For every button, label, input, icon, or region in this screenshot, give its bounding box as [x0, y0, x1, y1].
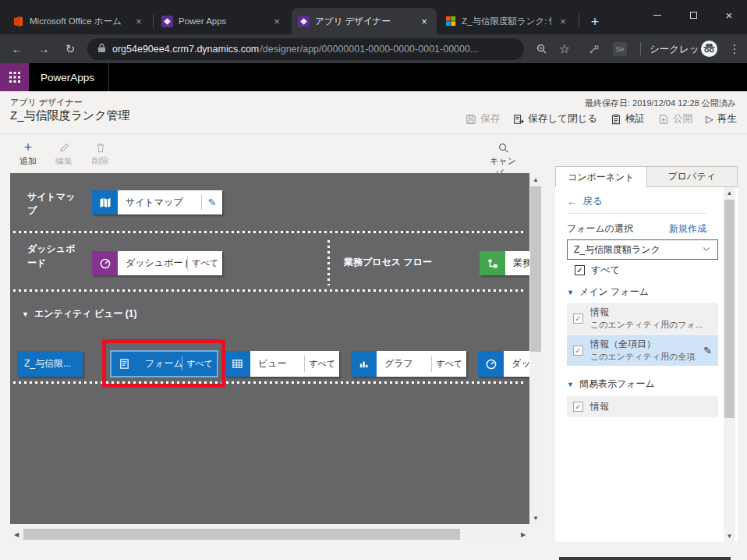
tab-dynamics-record[interactable]: Z_与信限度額ランク: 情 × [438, 8, 575, 34]
item-checkbox: ✓ [573, 346, 583, 356]
scroll-up-button[interactable]: ▲ [724, 187, 735, 199]
back-link[interactable]: ← 戻る [567, 195, 603, 208]
maximize-icon [690, 12, 697, 19]
tab-close-icon[interactable]: × [271, 16, 283, 27]
lock-icon [97, 42, 106, 56]
tab-close-icon[interactable]: × [557, 16, 569, 27]
chart-tile[interactable]: グラフ すべて [351, 351, 466, 377]
edit-pencil-icon[interactable]: ✎ [202, 197, 222, 208]
publish-icon [658, 114, 669, 125]
validate-button[interactable]: 検証 [611, 112, 645, 126]
bookmark-star-icon[interactable]: ☆ [555, 34, 574, 63]
save-close-button[interactable]: 保存して閉じる [513, 112, 597, 126]
product-name: PowerApps [41, 72, 94, 83]
delete-label: 削除 [92, 156, 109, 165]
tab-close-icon[interactable]: × [133, 16, 145, 27]
tab-label: アプリ デザイナー [315, 16, 412, 27]
edit-label: 編集 [55, 156, 73, 165]
canvas-horizontal-scrollbar[interactable]: ◀ ▶ [10, 527, 529, 541]
add-button[interactable]: + 追加 [10, 140, 46, 167]
selenium-extension-badge[interactable]: Se [613, 42, 627, 56]
powerapps-icon [161, 16, 173, 27]
delete-button[interactable]: 削除 [83, 140, 119, 167]
scroll-thumb[interactable] [724, 200, 735, 418]
entity-tile[interactable]: Z_与信限... [17, 351, 83, 377]
zoom-icon[interactable] [532, 34, 551, 63]
sitemap-tile[interactable]: サイトマップ ✎ [92, 190, 222, 214]
tab-properties[interactable]: プロパティ [647, 166, 738, 187]
tab-office[interactable]: Microsoft Office ホーム × [6, 8, 151, 34]
maximize-button[interactable] [675, 2, 711, 28]
entity-view-section-header[interactable]: ▼ エンティティ ビュー (1) [22, 307, 137, 321]
dashboard-tile-label: ダッシュボード [118, 257, 187, 270]
minimize-button[interactable] [639, 2, 675, 28]
chart-tile-badge: すべて [432, 358, 466, 370]
edit-button[interactable]: 編集 [46, 140, 82, 167]
create-new-link[interactable]: 新規作成 [669, 222, 706, 236]
back-arrow-icon: ← [567, 197, 577, 207]
header-actions: 保存 保存して閉じる 検証 公開 ▷ 再生 [466, 112, 737, 126]
new-tab-button[interactable]: + [585, 12, 605, 32]
quick-form-group-header[interactable]: ▼ 簡易表示フォーム [567, 377, 655, 391]
tab-app-designer[interactable]: アプリ デザイナー × [292, 8, 437, 34]
view-tile[interactable]: ビュー すべて [225, 351, 339, 377]
form-item-info-all-fields[interactable]: ✓ 情報（全項目） このエンティティ用の全項... ✎ [567, 335, 718, 366]
tab-components[interactable]: コンポーネント [555, 166, 647, 187]
bottom-clipped-strip [559, 557, 731, 560]
url-field[interactable]: org54e90ee4.crm7.dynamics.com/designer/a… [87, 38, 524, 60]
edit-pencil-icon[interactable]: ✎ [703, 345, 712, 356]
close-button[interactable]: × [711, 2, 747, 28]
panel-scrollbar[interactable]: ▲ ▼ [724, 187, 735, 542]
form-dropdown[interactable]: Z_与信限度額ランク [567, 239, 718, 260]
browser-forward-button[interactable]: → [34, 34, 53, 63]
office-icon [12, 16, 24, 27]
collapse-triangle-icon[interactable]: ▼ [22, 310, 29, 318]
bpf-flow-icon [480, 251, 505, 275]
main-form-group-header[interactable]: ▼ メイン フォーム [567, 285, 649, 299]
edit-pencil-icon [46, 140, 82, 155]
scroll-left-button[interactable]: ◀ [10, 527, 23, 541]
all-checkbox-row[interactable]: ✓ すべて [575, 264, 620, 277]
publish-button[interactable]: 公開 [658, 112, 692, 126]
extension-link-icon[interactable] [585, 34, 604, 63]
save-button[interactable]: 保存 [466, 112, 500, 126]
collapse-triangle-icon[interactable]: ▼ [567, 289, 574, 296]
tab-separator [153, 14, 154, 28]
scroll-up-button[interactable]: ▲ [529, 173, 542, 186]
browser-back-button[interactable]: ← [8, 34, 27, 63]
all-checkbox-label: すべて [591, 264, 620, 277]
quick-form-group-label: 簡易表示フォーム [579, 377, 655, 391]
tab-powerapps[interactable]: Power Apps × [155, 8, 289, 34]
scroll-right-button[interactable]: ▶ [517, 527, 529, 541]
panel-tabs: コンポーネント プロパティ [555, 166, 738, 187]
form-dropdown-value: Z_与信限度額ランク [574, 243, 702, 257]
form-item-info[interactable]: ✓ 情報 このエンティティ用のフォ... [567, 303, 718, 334]
play-button[interactable]: ▷ 再生 [706, 112, 737, 126]
browser-menu-button[interactable]: ⋮ [725, 34, 744, 63]
url-path: /designer/app/00000001-0000-0000-0001-00… [260, 44, 478, 55]
canvas-vertical-scrollbar[interactable]: ▲ ▼ [529, 173, 542, 524]
incognito-avatar-icon[interactable] [699, 34, 719, 63]
powerapps-top-bar: PowerApps [0, 63, 747, 91]
scroll-thumb[interactable] [23, 529, 460, 540]
all-checkbox[interactable]: ✓ [575, 265, 585, 275]
save-label: 保存 [480, 112, 500, 126]
collapse-triangle-icon[interactable]: ▼ [567, 381, 574, 388]
bpf-tile[interactable]: 業務プロセ [480, 251, 529, 275]
tab-close-icon[interactable]: × [418, 16, 430, 27]
app-launcher-button[interactable] [0, 63, 29, 91]
quick-form-item-info[interactable]: ✓ 情報 [567, 396, 718, 417]
scroll-down-button[interactable]: ▼ [529, 512, 542, 524]
dashboard-tile[interactable]: ダッシュボード すべて [92, 251, 222, 275]
scroll-down-button[interactable]: ▼ [724, 530, 735, 542]
view-tile-label: ビュー [250, 357, 304, 370]
chevron-down-icon [702, 244, 711, 256]
bar-chart-icon [351, 351, 377, 377]
sitemap-map-icon [92, 190, 118, 214]
entity-dashboard-tile[interactable]: ダッシュボ [478, 351, 529, 377]
item-texts: 情報（全項目） このエンティティ用の全項... [590, 338, 696, 363]
browser-reload-button[interactable]: ↻ [61, 34, 80, 63]
scroll-thumb[interactable] [530, 186, 541, 352]
panel-divider [567, 213, 706, 214]
sitemap-section-label: サイトマップ [27, 190, 80, 218]
